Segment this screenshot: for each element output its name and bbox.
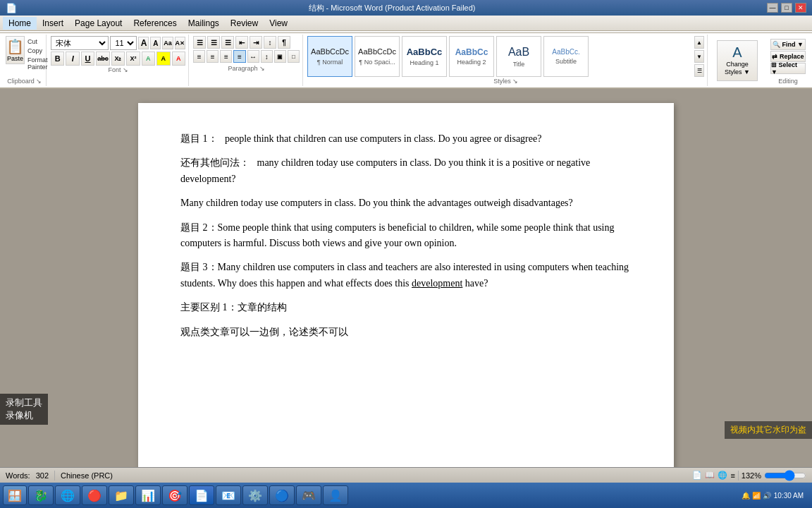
paste-button[interactable]: 📋 Paste [6,36,25,64]
right-watermark: 视频内其它水印为盗 [725,421,812,439]
paragraph-1-text: 题目 1： people think that children can use… [180,133,541,144]
strikethrough-button[interactable]: abc [96,52,109,66]
menu-bar: Home Insert Page Layout References Maili… [0,16,812,31]
copy-button[interactable]: Copy [26,47,49,55]
taskbar-antivirus-icon[interactable]: 🔴 [82,485,107,505]
taskbar-settings-icon[interactable]: ⚙️ [242,485,268,505]
align-left-button[interactable]: ≡ [193,50,205,63]
numbering-button[interactable]: ☰ [207,36,220,49]
taskbar-acrobat-icon[interactable]: 🔵 [269,485,295,505]
find-button[interactable]: 🔍 Find ▼ [770,39,806,50]
font-grow-button[interactable]: A [138,37,149,49]
taskbar-ppt-icon[interactable]: 🎯 [162,485,187,505]
increase-indent-button[interactable]: ⇥ [250,36,262,49]
ppt-icon: 🎯 [167,488,183,503]
sort-button[interactable]: ↕ [264,36,276,49]
paragraph-6-text: 主要区别 1：文章的结构 [180,302,287,313]
change-case-button[interactable]: Aa [162,37,173,49]
taskbar-game-icon[interactable]: 🎮 [296,485,321,505]
subscript-button[interactable]: X₂ [111,52,125,66]
paragraph-2: 还有其他问法： many children today use computer… [180,155,632,187]
paragraph-7: 观点类文章可以一边倒，论述类不可以 [180,325,632,340]
cut-button[interactable]: Cut [26,37,49,46]
styles-expand-button[interactable]: ☰ [694,64,704,77]
styles-expand-icon[interactable]: ↘ [512,78,518,85]
bullets-button[interactable]: ☰ [193,36,206,49]
clipboard-expand-icon[interactable]: ↘ [36,78,42,85]
superscript-button[interactable]: X² [126,52,140,66]
menu-page-layout[interactable]: Page Layout [69,17,128,30]
view-web-icon[interactable]: 🌐 [718,471,727,480]
italic-button[interactable]: I [66,52,79,66]
taskbar-word-icon[interactable]: 📄 [189,485,214,505]
menu-home[interactable]: Home [3,17,37,30]
bold-button[interactable]: B [51,52,64,66]
font-expand-icon[interactable]: ↘ [123,66,128,73]
document-page[interactable]: 题目 1： people think that children can use… [138,103,674,467]
style-subtitle-button[interactable]: AaBbCc. Subtitle [543,36,589,77]
paragraph-6: 主要区别 1：文章的结构 [180,300,632,315]
format-painter-button[interactable]: Format Painter [26,56,49,71]
multilevel-button[interactable]: ☰ [221,36,234,49]
close-button[interactable]: ✕ [795,3,806,13]
ie-icon: 🌐 [60,488,75,503]
align-center-button[interactable]: ≡ [207,50,219,63]
view-outline-icon[interactable]: ≡ [730,471,734,480]
show-marks-button[interactable]: ¶ [278,36,290,49]
clear-format-button[interactable]: A✕ [175,37,186,49]
borders-button[interactable]: □ [288,50,300,63]
change-styles-button[interactable]: A ChangeStyles ▼ [717,40,758,81]
taskbar-mail-icon[interactable]: 📧 [216,485,241,505]
style-subtitle-label: Subtitle [555,58,577,65]
styles-scroll-up-button[interactable]: ▲ [694,36,704,49]
styles-row: AaBbCcDc ¶ Normal AaBbCcDc ¶ No Spaci...… [307,36,693,77]
paragraph-expand-icon[interactable]: ↘ [259,65,265,72]
style-no-spacing-button[interactable]: AaBbCcDc ¶ No Spaci... [355,36,400,77]
select-button[interactable]: ⊞ Select ▼ [770,63,806,74]
menu-view[interactable]: View [264,17,293,30]
align-right-button[interactable]: ≡ [220,50,232,63]
font-group: 宋体 11 A A Aa A✕ B I U abc X₂ X² A A A [48,35,189,86]
taskbar-excel-icon[interactable]: 📊 [135,485,161,505]
decrease-indent-button[interactable]: ⇤ [235,36,248,49]
style-heading2-button[interactable]: AaBbCc Heading 2 [449,36,494,77]
taskbar-dragon-icon[interactable]: 🐉 [28,485,54,505]
text-effect-button[interactable]: A [142,52,155,66]
font-color-button[interactable]: A [172,52,185,66]
game-icon: 🎮 [301,488,316,503]
underline-button[interactable]: U [81,52,94,66]
maximize-button[interactable]: □ [781,3,792,13]
paragraph-group: ☰ ☰ ☰ ⇤ ⇥ ↕ ¶ ≡ ≡ ≡ ≡ ↔ ↕ ▣ □ Paragraph … [190,35,303,86]
style-title-button[interactable]: AaB Title [496,36,541,77]
font-shrink-button[interactable]: A [150,37,161,49]
menu-references[interactable]: References [128,17,182,30]
shading-button[interactable]: ▣ [274,50,286,63]
menu-review[interactable]: Review [225,17,264,30]
style-heading1-label: Heading 1 [410,59,438,66]
taskbar-user-icon[interactable]: 👤 [323,485,348,505]
zoom-slider[interactable] [764,471,806,480]
font-name-select[interactable]: 宋体 [51,36,109,50]
taskbar-ie-icon[interactable]: 🌐 [55,485,80,505]
replace-button[interactable]: ⇄ Replace [770,51,806,62]
line-spacing-button[interactable]: ↕ [261,50,273,63]
start-button[interactable]: 🪟 [3,485,27,505]
text-direction-button[interactable]: ↔ [247,50,259,63]
menu-mailings[interactable]: Mailings [183,17,225,30]
editing-group: 🔍 Find ▼ ⇄ Replace ⊞ Select ▼ Editing [767,35,809,86]
style-heading1-button[interactable]: AaBbCc Heading 1 [402,36,447,77]
highlight-button[interactable]: A [156,52,170,66]
word-icon: 📄 [194,488,209,503]
status-divider-2 [738,471,739,480]
view-reading-icon[interactable]: 📖 [705,471,715,480]
styles-scroll-down-button[interactable]: ▼ [694,50,704,63]
menu-insert[interactable]: Insert [37,17,69,30]
language-indicator[interactable]: Chinese (PRC) [61,471,113,480]
style-normal-button[interactable]: AaBbCcDc ¶ Normal [307,36,352,77]
taskbar-folder-icon[interactable]: 📁 [109,485,134,505]
view-print-icon[interactable]: 📄 [692,471,702,480]
font-size-select[interactable]: 11 [110,36,137,50]
minimize-button[interactable]: — [767,3,778,13]
acrobat-icon: 🔵 [274,488,290,503]
justify-button[interactable]: ≡ [233,50,245,63]
